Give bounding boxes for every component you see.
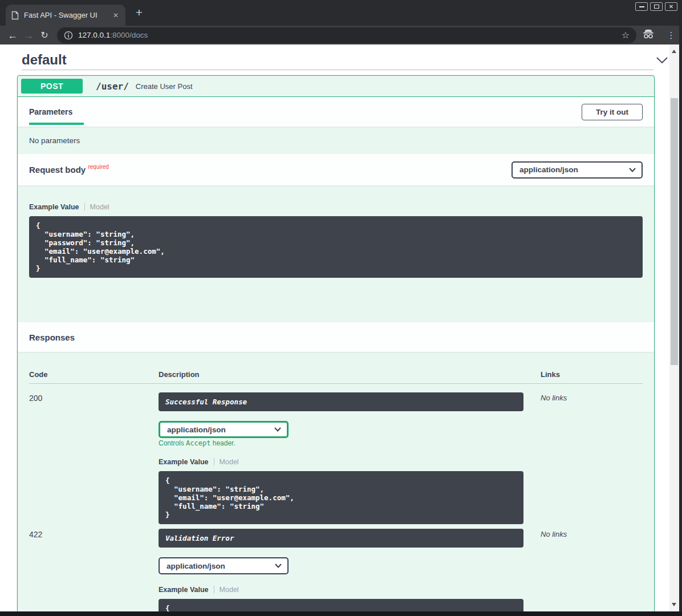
response-row-422: 422 Validation Error application/json Ex…	[29, 529, 643, 616]
responses-header: Responses	[18, 322, 654, 352]
no-parameters-text: No parameters	[29, 136, 80, 145]
tab-separator	[214, 458, 214, 465]
window-close-button[interactable]: ✕	[665, 2, 677, 11]
try-it-out-button[interactable]: Try it out	[582, 104, 643, 120]
response-row-200: 200 Successful Response application/json…	[29, 392, 643, 524]
col-code: Code	[29, 370, 159, 379]
browser-toolbar: ← → ↻ 127.0.0.1:8000/docs ☆ ⋮	[0, 26, 682, 44]
tag-section-header[interactable]: default	[22, 50, 668, 70]
col-links: Links	[541, 370, 643, 379]
page-favicon-icon	[11, 11, 19, 20]
response-description-bar: Validation Error	[159, 529, 523, 548]
response-description-cell: Successful Response application/json Con…	[159, 392, 541, 524]
response-code: 422	[29, 529, 159, 616]
bookmark-star-icon[interactable]: ☆	[622, 30, 630, 40]
window-maximize-button[interactable]	[650, 2, 663, 11]
request-body-title-group: Request bodyrequired	[29, 164, 109, 175]
tab-example-value[interactable]: Example Value	[159, 458, 209, 466]
tab-close-icon[interactable]: ✕	[112, 11, 120, 19]
swagger-page: default POST /user/ Create User Post Par…	[0, 44, 682, 616]
window-minimize-button[interactable]	[635, 2, 648, 11]
controls-accept-note: Controls Accept header.	[159, 439, 541, 448]
request-example-code: { "username": "string", "password": "str…	[29, 216, 643, 278]
request-body-title: Request body	[29, 165, 86, 175]
response-links: No links	[541, 392, 643, 524]
no-parameters-row: No parameters	[18, 127, 654, 154]
example-model-tabs: Example Value Model	[159, 585, 541, 594]
responses-column-headers: Code Description Links	[29, 370, 643, 379]
request-content-type-select[interactable]: application/json	[511, 161, 643, 179]
new-tab-button[interactable]: +	[132, 6, 146, 19]
required-badge: required	[88, 164, 109, 170]
parameters-tab-underline	[29, 123, 84, 125]
request-content-type-value: application/json	[519, 165, 578, 174]
page-scrollbar[interactable]	[669, 44, 679, 611]
scroll-up-icon[interactable]	[672, 50, 676, 53]
operation-description: Create User Post	[136, 82, 193, 91]
tag-title: default	[22, 52, 67, 68]
select-chevron-icon	[275, 564, 282, 568]
tab-model[interactable]: Model	[220, 458, 239, 466]
browser-titlebar: Fast API - Swagger UI ✕ + ✕	[0, 0, 682, 26]
parameters-tab-label: Parameters	[29, 107, 84, 116]
incognito-icon	[636, 29, 660, 41]
responses-title: Responses	[29, 333, 75, 342]
tab-separator	[84, 203, 85, 210]
method-badge: POST	[21, 79, 83, 94]
window-controls: ✕	[635, 2, 677, 11]
tab-example-value[interactable]: Example Value	[29, 203, 79, 211]
responses-header-divider	[29, 383, 643, 384]
browser-tab[interactable]: Fast API - Swagger UI ✕	[6, 5, 125, 26]
forward-icon: →	[21, 27, 36, 43]
opblock-post-user: POST /user/ Create User Post Parameters …	[17, 75, 655, 616]
request-body-section: Example Value Model { "username": "strin…	[18, 185, 654, 322]
chevron-down-icon[interactable]	[656, 56, 668, 64]
example-model-tabs: Example Value Model	[159, 457, 541, 466]
tab-separator	[214, 586, 214, 593]
response-links: No links	[541, 529, 643, 616]
tab-title: Fast API - Swagger UI	[24, 11, 112, 19]
reload-icon[interactable]: ↻	[36, 27, 52, 43]
response-content-type-select-200[interactable]: application/json	[159, 421, 289, 438]
site-info-icon[interactable]	[64, 31, 73, 40]
back-icon[interactable]: ←	[5, 27, 21, 43]
responses-table: Code Description Links 200 Successful Re…	[18, 352, 654, 616]
request-body-header: Request bodyrequired application/json	[18, 154, 654, 185]
col-description: Description	[159, 370, 541, 379]
tab-parameters[interactable]: Parameters	[29, 97, 84, 127]
response-content-type-select-422[interactable]: application/json	[159, 557, 289, 574]
response-example-code-200: { "username": "string", "email": "user@e…	[159, 471, 523, 524]
url-text[interactable]: 127.0.0.1:8000/docs	[78, 31, 622, 39]
tab-model[interactable]: Model	[220, 586, 239, 594]
scroll-down-icon[interactable]	[672, 603, 676, 606]
response-description-bar: Successful Response	[159, 392, 523, 411]
tab-example-value[interactable]: Example Value	[159, 586, 209, 594]
select-chevron-icon	[629, 168, 636, 172]
operation-summary[interactable]: POST /user/ Create User Post	[18, 76, 654, 97]
select-chevron-icon	[274, 427, 281, 432]
scrollbar-thumb[interactable]	[671, 98, 678, 365]
operation-path: /user/	[96, 81, 129, 92]
response-code: 200	[29, 392, 159, 524]
tag-divider	[22, 70, 653, 70]
parameters-header: Parameters Try it out	[18, 97, 654, 127]
response-description-cell: Validation Error application/json Exampl…	[159, 529, 541, 616]
window-bottom-edge	[0, 611, 682, 616]
window-right-edge	[679, 0, 682, 616]
address-bar[interactable]: 127.0.0.1:8000/docs ☆	[57, 27, 636, 43]
tab-model[interactable]: Model	[90, 203, 109, 211]
example-model-tabs: Example Value Model	[29, 202, 643, 211]
